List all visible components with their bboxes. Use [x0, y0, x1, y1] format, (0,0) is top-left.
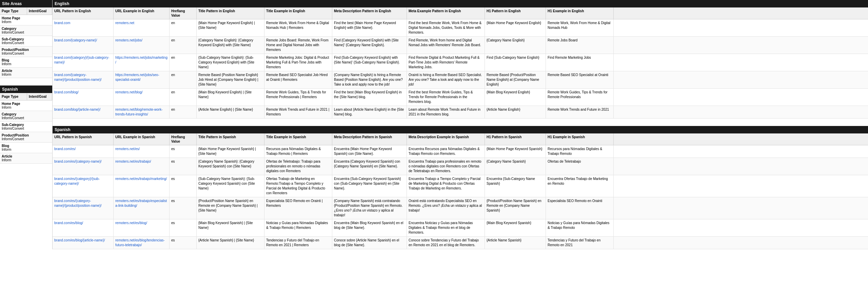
es-title-pattern-cell: {Main Blog Keyword Spanish} | {Site Name…: [197, 219, 264, 236]
left-page-type-sp: Article: [2, 154, 51, 158]
left-page-type: Sub-Category: [2, 37, 51, 41]
en-url-pattern-link[interactable]: brand.com: [54, 21, 70, 25]
spanish-section-header: Spanish: [53, 126, 868, 133]
es-title-example-cell: Noticias y Guías para Nómadas Digitales …: [264, 219, 332, 236]
es-url-example-link[interactable]: remoters.net/es/: [115, 147, 140, 151]
en-h1-example-cell: Remote Work Trends and Future in 2021: [546, 106, 614, 118]
en-title-example-cell: Remote Marketing Jobs: Digital & Product…: [264, 54, 332, 71]
site-areas-header: Site Areas: [0, 0, 52, 7]
es-meta-pattern-cell: Encuentra {Main Home Page Keyword Spanis…: [332, 145, 407, 158]
es-url-pattern-header: URL Pattern in Spanish: [53, 133, 114, 145]
es-title-example-cell: Ofertas de Teletrabajo: Trabajo para pro…: [264, 158, 332, 175]
es-meta-pattern-cell: {Company Name Spanish} está contratando …: [332, 197, 407, 219]
en-title-pattern-cell: {Category Name English}: {Category Keywo…: [197, 37, 264, 54]
en-h1-example-cell: Remote Work Guides, Tips & Trends for Re…: [546, 89, 614, 106]
english-row-0: brand.com remoters.net en {Main Home Pag…: [53, 19, 868, 37]
left-spanish-row-3: Product/Position Inform/Convert: [0, 132, 52, 143]
es-title-pattern-cell: {Main Home Page Keyword Spanish} | {Site…: [197, 145, 264, 158]
left-page-type-sp: Home Page: [2, 102, 51, 106]
left-intent: Inform/Convert: [2, 52, 51, 55]
es-url-example-link[interactable]: remoters.net/es/trabajo/especialista-lin…: [115, 199, 167, 207]
es-url-pattern-cell: brand.com/es/{category}/{sub-category-na…: [53, 175, 114, 197]
en-url-pattern-link[interactable]: brand.com/{category-name}/{product/posit…: [54, 73, 102, 81]
es-url-example-link[interactable]: remoters.net/es/blog/tendencias-futuro-t…: [115, 238, 165, 247]
es-meta-example-cell: Conoce sobre Tendencias y Futuro del Tra…: [407, 237, 485, 249]
left-intent: Inform: [2, 62, 51, 66]
left-spanish-row-1: Category Inform/Convert: [0, 111, 52, 122]
en-title-example-cell: Remote Jobs Board: Remote, Work From Hom…: [264, 37, 332, 54]
es-url-pattern-link[interactable]: brand.com/es/: [54, 147, 76, 151]
left-page-type: Product/Position: [2, 48, 51, 52]
en-url-example-link[interactable]: remoters.net/blog/remote-work-trends-fut…: [115, 108, 163, 116]
en-h1-pattern-cell: Find {Sub-Category Name English}: [485, 54, 546, 71]
es-title-pattern-cell: {Article Name Spanish} | {Site Name}: [197, 237, 264, 249]
es-url-pattern-link[interactable]: brand.com/es/{category}/{sub-category-na…: [54, 177, 100, 185]
en-meta-pattern-cell: Find {Category Keyword English} with {Si…: [332, 37, 407, 54]
spanish-col-headers: URL Pattern in Spanish URL Example in Sp…: [53, 133, 868, 145]
es-h1-example-cell: Noticias y Guías para Nómadas Digitales …: [546, 219, 614, 236]
en-url-example-link[interactable]: remoters.net: [115, 21, 134, 25]
es-hreflang-cell: es: [170, 158, 197, 175]
en-url-pattern-cell: brand.com: [53, 19, 114, 36]
en-url-pattern-cell: brand.com/{category-name}/{product/posit…: [53, 71, 114, 88]
es-meta-pattern-cell: Encuentra {Main Blog Keyword Spanish} en…: [332, 219, 407, 236]
es-h1-pattern-cell: Encuentra {Sub-Category Name Spanish}: [485, 175, 546, 197]
en-url-example-link[interactable]: remoters.net/blog/: [115, 90, 143, 94]
left-spanish-row-4: Blog Inform: [0, 143, 52, 153]
left-english-row-2: Sub-Category Inform/Convert: [0, 36, 52, 47]
es-h1-pattern-cell: {Main Blog Keyword Spanish}: [485, 219, 546, 236]
en-url-pattern-link[interactable]: brand.com/{category}/{sub-category-name}…: [54, 56, 109, 64]
es-title-example-cell: Tendencias y Futuro del Trabajo en Remot…: [264, 237, 332, 249]
en-hreflang-header: Hreflang Value: [170, 7, 197, 19]
en-hreflang-cell: en: [170, 19, 197, 36]
left-english-row-1: Category Inform/Convert: [0, 25, 52, 36]
es-h1-pattern-cell: {Product/Position Name Spanish} en Remot…: [485, 197, 546, 219]
left-page-type-header-sp: Page Type: [0, 93, 27, 100]
left-intent-header: Intent/Goal: [27, 7, 52, 15]
spanish-header-left: Spanish: [0, 86, 52, 93]
es-url-pattern-link[interactable]: brand.com/es/{category-name}/{product/po…: [54, 199, 102, 207]
left-intent-sp: Inform: [2, 106, 51, 109]
es-url-example-link[interactable]: remoters.net/es/blog/: [115, 221, 147, 225]
left-english-row-0: Home Page Inform: [0, 15, 52, 25]
en-h1-pattern-header: H1 Pattern in English: [485, 7, 546, 19]
es-url-example-link[interactable]: remoters.net/es/trabajo/: [115, 160, 151, 163]
left-intent-sp: Inform: [2, 158, 51, 162]
es-h1-example-cell: Ofertas de Teletrabajo: [546, 158, 614, 175]
es-hreflang-cell: es: [170, 145, 197, 158]
es-meta-example-cell: Encuentra Noticias y Guías para Nómadas …: [407, 219, 485, 236]
en-title-example-header: Title Example in English: [264, 7, 332, 19]
en-h1-example-cell: Remote Based SEO Specialist at Orainti: [546, 71, 614, 88]
es-url-pattern-link[interactable]: brand.com/es/{category-name}/: [54, 160, 102, 163]
en-hreflang-cell: en: [170, 106, 197, 118]
es-meta-pattern-header: Meta Description Pattern in Spanish: [332, 133, 407, 145]
es-url-pattern-link[interactable]: brand.com/es/blog/{article-name}/: [54, 238, 105, 242]
en-meta-pattern-cell: Find the best {Main Blog Keyword English…: [332, 89, 407, 106]
spanish-row-3: brand.com/es/{category-name}/{product/po…: [53, 197, 868, 219]
es-url-pattern-link[interactable]: brand.com/es/blog/: [54, 221, 83, 225]
en-url-pattern-header: URL Pattern in English: [53, 7, 114, 19]
es-url-example-cell: remoters.net/es/blog/: [114, 219, 170, 236]
en-url-example-link[interactable]: https://remoters.net/jobs/seo-specialist…: [115, 73, 159, 81]
en-url-pattern-link[interactable]: brand.com/blog/: [54, 90, 79, 94]
left-page-type: Category: [2, 27, 51, 31]
en-title-pattern-cell: Remote Based {Position Name English} Job…: [197, 71, 264, 88]
en-url-pattern-link[interactable]: brand.com/{category-name}/: [54, 38, 97, 42]
english-row-3: brand.com/{category-name}/{product/posit…: [53, 71, 868, 89]
left-english-row-4: Blog Inform: [0, 57, 52, 68]
page-wrapper: Site Areas Page Type Intent/Goal Home Pa…: [0, 0, 868, 249]
left-page-type-sp: Category: [2, 112, 51, 116]
spanish-spacer-left: [0, 78, 52, 86]
es-url-example-link[interactable]: remoters.net/es/trabajo/marketing/: [115, 177, 167, 181]
en-h1-pattern-cell: {Main Blog Keyword English}: [485, 89, 546, 106]
left-page-type-header: Page Type: [0, 7, 27, 15]
en-title-example-cell: Remote Based SEO Specialist Job Hired at…: [264, 71, 332, 88]
es-url-example-cell: remoters.net/es/trabajo/: [114, 158, 170, 175]
en-meta-example-cell: Learn about Remote Work Trends and Futur…: [407, 106, 485, 118]
en-url-example-link[interactable]: https://remoters.net/jobs/marketing/: [115, 56, 167, 64]
en-url-example-link[interactable]: remoters.net/jobs/: [115, 38, 142, 42]
en-title-pattern-cell: {Article Name English} | {Site Name}: [197, 106, 264, 118]
en-title-pattern-header: Title Pattern in English: [197, 7, 264, 19]
es-h1-example-cell: Recursos para Nómadas Digitales & Trabaj…: [546, 145, 614, 158]
en-url-pattern-link[interactable]: brand.com/blog/{article-name}/: [54, 108, 100, 111]
